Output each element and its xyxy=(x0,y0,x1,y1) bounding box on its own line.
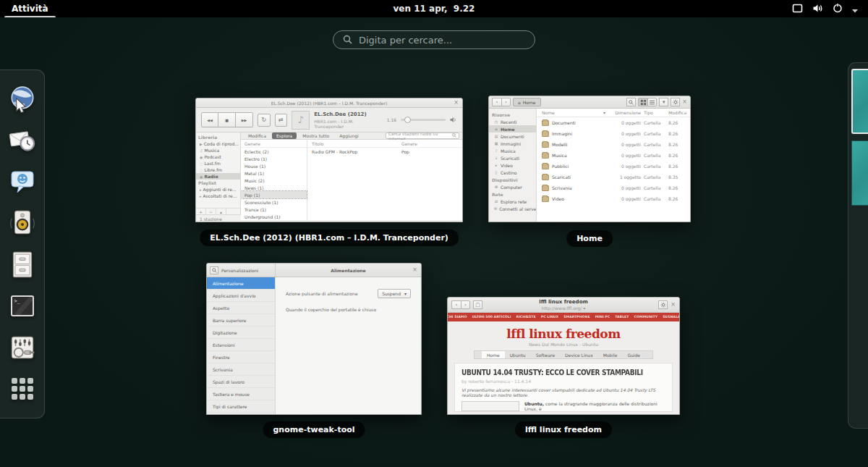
rhythmbox-sidebar-item[interactable]: ▸ Ascoltati di re... xyxy=(196,193,240,199)
rhythmbox-sidebar-item[interactable]: Playlist xyxy=(196,180,240,186)
stop-button[interactable]: ■ xyxy=(218,112,236,127)
activities-button[interactable]: Attività xyxy=(7,0,53,17)
close-icon[interactable]: × xyxy=(454,100,459,106)
site-nav-item[interactable]: MINI PC xyxy=(595,315,610,319)
site-nav-item[interactable]: CHI SIAMO xyxy=(448,315,467,319)
files-sidebar-item[interactable]: ⇄ Esplora rete xyxy=(489,198,536,205)
music-player-icon[interactable] xyxy=(6,206,39,240)
list-view-button[interactable] xyxy=(647,98,657,106)
tweaks-sidebar-item[interactable]: Alimentazione xyxy=(207,277,275,290)
forward-button[interactable]: › xyxy=(501,98,511,106)
repeat-button[interactable]: ↻ xyxy=(258,114,271,127)
remove-button[interactable]: − xyxy=(206,209,216,214)
workspace-thumbnail[interactable] xyxy=(851,140,868,206)
rhythmbox-sidebar-item[interactable]: ▸ Aggiunti di re... xyxy=(196,186,240,193)
genre-column-header[interactable]: Genere xyxy=(400,140,462,147)
seek-slider-handle[interactable] xyxy=(404,117,411,123)
gear-menu-button[interactable] xyxy=(671,98,680,106)
power-icon[interactable] xyxy=(833,2,843,16)
tab[interactable]: Aggiungi xyxy=(335,132,362,139)
terminal-icon[interactable]: >_ xyxy=(6,290,39,323)
track-row[interactable]: Radio GFM - RockPop Pop xyxy=(307,148,462,155)
file-row[interactable]: Scrivania 0 oggetti Cartella 8.26 xyxy=(537,182,690,193)
files-sidebar-item[interactable]: ⊟ Connetti al server xyxy=(489,205,536,212)
genre-row[interactable]: Trance (1) xyxy=(241,206,307,213)
column-modified[interactable]: Modifica xyxy=(668,110,690,115)
rhythmbox-sidebar-item[interactable]: ◌ Last.fm xyxy=(196,160,240,167)
show-applications-icon[interactable] xyxy=(6,372,39,405)
tweak-tool-window[interactable]: Personalizzazioni Alimentazione × Alimen… xyxy=(206,263,422,415)
site-nav-item[interactable]: SMARTPHONE xyxy=(563,315,590,319)
tweaks-sidebar-item[interactable]: Spazi di lavoro xyxy=(207,376,275,388)
rhythmbox-sidebar-item[interactable]: Libreria xyxy=(196,134,240,140)
column-size[interactable]: Dimensione xyxy=(608,110,644,115)
site-nav-item[interactable]: SEGNALA xyxy=(663,315,679,319)
site-logo[interactable]: lffl linux freedom xyxy=(448,327,679,341)
back-button[interactable]: ‹ xyxy=(451,300,461,309)
genre-row[interactable]: Underground (1) xyxy=(241,213,307,220)
power-action-dropdown[interactable]: Suspend ▾ xyxy=(378,289,411,298)
files-sidebar-item[interactable]: Rete xyxy=(489,190,536,198)
files-sidebar-item[interactable]: ▦ Immagini xyxy=(489,140,536,147)
file-row[interactable]: Pubblici 0 oggetti Cartella 8.26 xyxy=(537,161,690,172)
tweaks-sidebar-item[interactable]: Digitazione xyxy=(207,327,275,339)
title-column-header[interactable]: Titolo xyxy=(307,140,400,147)
site-nav-item[interactable]: RICHIESTE xyxy=(516,315,536,319)
article-headline[interactable]: UBUNTU 14.04 TRUSTY: ECCO LE COVER STAMP… xyxy=(461,368,629,377)
files-sidebar-item[interactable]: ↓ Scaricati xyxy=(489,154,536,161)
column-type[interactable]: Tipo xyxy=(644,110,668,115)
tweaks-sidebar-item[interactable]: Estensioni xyxy=(207,339,275,351)
genre-row[interactable]: Electro (1) xyxy=(241,155,307,162)
file-row[interactable]: Musica 0 oggetti Cartella 8.26 xyxy=(537,150,690,161)
screen-icon[interactable] xyxy=(792,2,803,16)
system-status-area[interactable] xyxy=(792,2,861,16)
next-button[interactable]: ▶▶ xyxy=(236,112,253,127)
files-sidebar-item[interactable]: ▸ Video xyxy=(489,161,536,169)
close-icon[interactable]: × xyxy=(412,267,417,273)
eject-button[interactable]: ▴ xyxy=(216,209,226,214)
files-sidebar-item[interactable]: Dispositivi xyxy=(489,176,536,183)
files-sidebar-item[interactable]: ◷ Recenti xyxy=(489,118,536,125)
tweaks-sidebar-item[interactable]: Applicazioni d'avvio xyxy=(207,290,275,302)
location-button[interactable]: ⌂ Home xyxy=(513,98,541,106)
site-nav-item[interactable]: COMMUNITY xyxy=(634,315,658,319)
site-menu-item[interactable]: Guide xyxy=(622,351,645,358)
genre-row[interactable]: News (1) xyxy=(241,184,307,191)
rhythmbox-sidebar-item[interactable]: ◉ Podcast xyxy=(196,153,240,160)
mail-calendar-icon[interactable] xyxy=(6,124,39,157)
files-sidebar-item[interactable]: ▯ Cestino xyxy=(489,169,536,176)
view-options-button[interactable]: ▾ xyxy=(659,98,668,106)
genre-row[interactable]: Sconosciuto (1) xyxy=(241,198,307,206)
files-sidebar-item[interactable]: ♪ Musica xyxy=(489,147,536,154)
file-row[interactable]: Scaricati 1 oggetto Cartella 8.35 xyxy=(537,172,690,182)
grid-view-button[interactable] xyxy=(638,98,647,106)
shuffle-button[interactable]: ⇄ xyxy=(275,114,288,127)
file-manager-icon[interactable] xyxy=(6,248,39,282)
genre-row[interactable]: Pop (1) xyxy=(241,191,307,198)
browser-window[interactable]: ‹ › ▢ lffl linux freedom http://www.lffl… xyxy=(447,297,680,415)
site-nav-item[interactable]: PC LINUX xyxy=(541,315,558,319)
search-button[interactable] xyxy=(626,98,636,106)
files-sidebar-item[interactable]: ⊞ Computer xyxy=(489,183,536,190)
radio-search-input[interactable]: Cerca stazioni radio su Internet xyxy=(386,132,459,139)
tab-active[interactable]: Esplora xyxy=(272,132,297,139)
overview-search[interactable]: Digita per cercare... xyxy=(333,30,535,49)
genre-row[interactable]: Music (2) xyxy=(241,177,307,184)
previous-button[interactable]: ◀◀ xyxy=(201,112,218,127)
tweak-tool-icon[interactable] xyxy=(6,331,39,364)
forward-button[interactable]: › xyxy=(461,300,470,309)
rhythmbox-sidebar-item[interactable]: ♫ Musica xyxy=(196,147,240,153)
tweaks-sidebar-item[interactable]: Barra superiore xyxy=(207,314,275,327)
site-menu-item[interactable]: Ubuntu xyxy=(505,351,531,358)
back-button[interactable]: ‹ xyxy=(492,98,501,106)
browser-title-box[interactable]: lffl linux freedom http://www.lffl.org/ … xyxy=(539,299,587,311)
chat-icon[interactable] xyxy=(6,165,39,198)
rhythmbox-sidebar-item[interactable]: ◉ Radio xyxy=(196,173,240,180)
tweaks-sidebar-item[interactable]: Scrivania xyxy=(207,363,275,376)
site-nav-item[interactable]: TABLET xyxy=(615,315,629,319)
files-sidebar-item[interactable]: ▤ Documenti xyxy=(489,132,536,140)
close-icon[interactable]: × xyxy=(671,302,676,308)
tweaks-sidebar-item[interactable]: Tipi di carattere xyxy=(207,400,275,413)
genre-row[interactable]: Metal (1) xyxy=(241,169,307,177)
add-button[interactable]: + xyxy=(196,209,206,214)
